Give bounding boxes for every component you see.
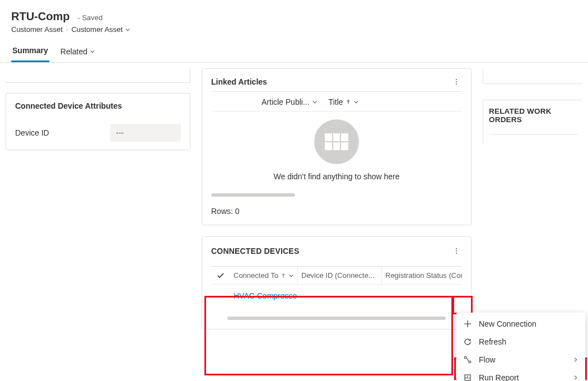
col-title-label: Title <box>329 97 343 106</box>
cell-connected-to[interactable]: HVAC Compressor. <box>230 291 297 300</box>
breadcrumb-separator: · <box>66 25 68 34</box>
linked-articles-heading: Linked Articles <box>211 77 267 86</box>
sort-asc-icon <box>281 273 286 278</box>
horizontal-scrollbar[interactable] <box>227 317 446 320</box>
col-article-public[interactable]: Article Publi... <box>262 97 318 106</box>
col-connected-to-label: Connected To <box>234 271 278 280</box>
connected-devices-more-button[interactable] <box>451 246 462 256</box>
cell-registration-status: --- <box>381 291 462 300</box>
menu-run-report[interactable]: Run Report <box>456 369 585 381</box>
menu-flow[interactable]: Flow <box>456 351 585 369</box>
related-work-orders-card: RELATED WORK ORDERS <box>483 100 582 145</box>
connected-devices-heading: CONNECTED DEVICES <box>211 247 299 255</box>
connected-devices-card: CONNECTED DEVICES Connected To Device ID… <box>202 236 472 329</box>
horizontal-scrollbar[interactable] <box>211 193 295 197</box>
chevron-down-icon <box>288 273 294 278</box>
chevron-down-icon <box>125 27 130 32</box>
linked-articles-card: Linked Articles Article Publi... Title <box>202 68 472 225</box>
tab-related[interactable]: Related <box>59 46 96 62</box>
related-work-orders-heading: RELATED WORK ORDERS <box>489 107 578 124</box>
menu-flow-label: Flow <box>479 355 566 364</box>
chevron-down-icon <box>353 99 359 105</box>
svg-point-1 <box>469 361 471 363</box>
col-connected-to[interactable]: Connected To <box>230 267 297 284</box>
chevron-down-icon <box>90 49 95 54</box>
tab-bar: Summary Related <box>11 46 577 62</box>
device-attributes-heading: Connected Device Attributes <box>15 101 181 110</box>
col-title[interactable]: Title <box>329 97 359 106</box>
empty-state-text: We didn't find anything to show here <box>274 172 400 181</box>
col-registration-status[interactable]: Registration Status (Connecte... <box>381 267 462 284</box>
save-status: - Saved <box>77 13 102 22</box>
device-id-label: Device ID <box>15 128 110 137</box>
report-icon <box>463 373 472 381</box>
entity-breadcrumb: Customer Asset · Customer Asset <box>11 25 577 34</box>
col-article-label: Article Publi... <box>262 97 310 106</box>
sort-asc-icon <box>346 99 351 105</box>
chevron-down-icon <box>312 99 318 105</box>
rows-count: Rows: 0 <box>211 207 462 216</box>
form-header: RTU-Comp - Saved Customer Asset · Custom… <box>0 0 588 63</box>
checkmark-icon <box>217 272 225 280</box>
left-card-stub <box>6 68 190 83</box>
entity-name: Customer Asset <box>11 25 63 34</box>
menu-refresh[interactable]: Refresh <box>456 333 585 351</box>
form-selector-label: Customer Asset <box>71 25 123 34</box>
menu-new-connection[interactable]: New Connection <box>456 315 585 333</box>
tab-summary-label: Summary <box>12 46 48 55</box>
form-selector[interactable]: Customer Asset <box>71 25 130 34</box>
chevron-down-icon <box>377 273 378 278</box>
tab-related-label: Related <box>60 47 87 56</box>
tab-summary[interactable]: Summary <box>11 46 49 62</box>
flow-icon <box>463 355 472 364</box>
record-title: RTU-Comp <box>11 10 69 23</box>
cell-device-id: --- <box>297 291 381 300</box>
linked-articles-empty: We didn't find anything to show here <box>211 111 462 187</box>
chevron-right-icon <box>573 357 578 363</box>
device-id-value[interactable]: --- <box>110 124 181 142</box>
refresh-icon <box>463 337 472 346</box>
col-device-id[interactable]: Device ID (Connecte... <box>297 267 381 284</box>
connected-devices-menu: New Connection Refresh Flow Run Report E… <box>456 313 585 381</box>
empty-grid-icon <box>314 119 359 164</box>
right-card-stub <box>483 68 582 84</box>
menu-new-connection-label: New Connection <box>479 319 578 328</box>
col-registration-status-label: Registration Status (Connecte... <box>385 271 462 280</box>
menu-refresh-label: Refresh <box>479 337 578 346</box>
plus-icon <box>463 319 472 328</box>
chevron-right-icon <box>573 375 578 380</box>
linked-articles-more-button[interactable] <box>451 77 462 87</box>
connected-device-row[interactable]: HVAC Compressor. --- --- <box>211 285 462 306</box>
svg-point-0 <box>464 356 466 359</box>
menu-run-report-label: Run Report <box>479 373 566 381</box>
col-device-id-label: Device ID (Connecte... <box>301 271 375 280</box>
device-attributes-card: Connected Device Attributes Device ID --… <box>6 93 190 150</box>
select-all-column[interactable] <box>211 267 230 284</box>
